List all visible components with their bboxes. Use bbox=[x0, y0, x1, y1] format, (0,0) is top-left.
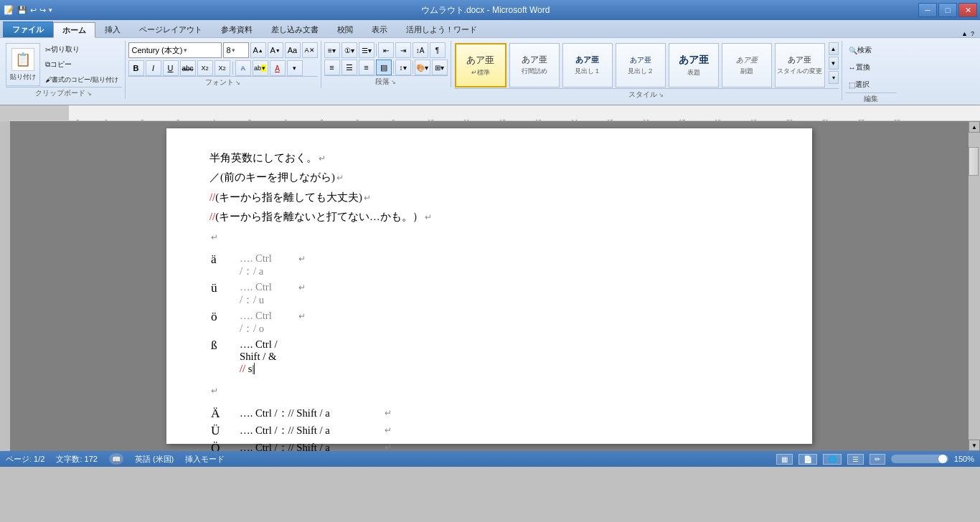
minimize-button[interactable]: ─ bbox=[918, 3, 937, 17]
zoom-slider[interactable] bbox=[891, 455, 948, 463]
font-row2: B I U abc X2 X2 A ab▾ A ▾ bbox=[128, 60, 303, 76]
style-change[interactable]: あア亜 スタイルの変更 bbox=[775, 43, 825, 87]
document-page[interactable]: 半角英数にしておく。↵ ／(前のキーを押しながら)↵ //(キーから指を離しても… bbox=[166, 128, 812, 444]
case-button[interactable]: Aa bbox=[285, 42, 301, 58]
numbering-button[interactable]: ①▾ bbox=[341, 42, 357, 58]
tab-page-layout[interactable]: ページレイアウト bbox=[130, 22, 212, 37]
zoom-thumb[interactable] bbox=[938, 455, 947, 463]
increase-indent-button[interactable]: ⇥ bbox=[395, 42, 411, 58]
strikethrough-button[interactable]: abc bbox=[180, 60, 196, 76]
statusbar-right: ▦ 📄 🌐 ☰ ✏ 150% bbox=[776, 454, 974, 465]
subscript-button[interactable]: X2 bbox=[197, 60, 213, 76]
svg-text:23: 23 bbox=[894, 118, 900, 122]
replace-button[interactable]: ↔ 置換 bbox=[845, 60, 874, 75]
document-scroll: 半角英数にしておく。↵ ／(前のキーを押しながら)↵ //(キーから指を離しても… bbox=[10, 121, 969, 451]
text-highlight-button[interactable]: ab▾ bbox=[253, 60, 268, 76]
tab-file[interactable]: ファイル bbox=[3, 22, 53, 37]
spell-check-icon[interactable]: 📖 bbox=[109, 453, 123, 465]
tab-view[interactable]: 表示 bbox=[362, 22, 397, 37]
align-center-button[interactable]: ☰ bbox=[341, 60, 357, 75]
font-size-dropdown[interactable]: ▾ bbox=[232, 47, 235, 54]
tab-insert[interactable]: 挿入 bbox=[95, 22, 130, 37]
tab-references[interactable]: 参考資料 bbox=[212, 22, 262, 37]
bold-button[interactable]: B bbox=[128, 60, 144, 76]
tab-review[interactable]: 校閲 bbox=[328, 22, 362, 37]
help-icon[interactable]: ? bbox=[971, 30, 974, 37]
bullets-button[interactable]: ≡▾ bbox=[324, 42, 340, 58]
underline-button[interactable]: U bbox=[163, 60, 179, 76]
font-color-dropdown[interactable]: ▾ bbox=[287, 60, 303, 76]
pilcrow-button[interactable]: ¶ bbox=[430, 42, 446, 58]
style-compact[interactable]: あア亜 行間詰め bbox=[509, 43, 560, 87]
text-effect-button[interactable]: A bbox=[235, 60, 251, 76]
font-grow-button[interactable]: A▲ bbox=[250, 42, 266, 58]
draft-button[interactable]: ✏ bbox=[870, 454, 885, 465]
align-right-button[interactable]: ≡ bbox=[359, 60, 374, 75]
styles-expand-icon[interactable]: ↘ bbox=[659, 92, 664, 98]
ribbon-collapse[interactable]: ▲ bbox=[961, 30, 968, 37]
format-copy-button[interactable]: 🖌 書式のコピー/貼り付け bbox=[42, 72, 122, 87]
font-name-dropdown[interactable]: ▾ bbox=[184, 47, 187, 54]
font-expand-icon[interactable]: ↘ bbox=[235, 80, 240, 86]
svg-text:1: 1 bbox=[105, 118, 108, 122]
font-shrink-button[interactable]: A▼ bbox=[268, 42, 283, 58]
styles-scroll-more[interactable]: ▾ bbox=[829, 71, 839, 84]
scroll-thumb[interactable] bbox=[969, 147, 979, 176]
style-title[interactable]: あア亜 表題 bbox=[669, 43, 719, 87]
maximize-button[interactable]: □ bbox=[938, 3, 957, 17]
line-spacing-button[interactable]: ↕▾ bbox=[395, 60, 411, 75]
paragraph-expand-icon[interactable]: ↘ bbox=[391, 79, 396, 85]
cut-button[interactable]: ✂ 切り取り bbox=[42, 42, 122, 57]
border-button[interactable]: ⊞▾ bbox=[432, 60, 448, 75]
decrease-indent-button[interactable]: ⇤ bbox=[378, 42, 394, 58]
paste-label: 貼り付け bbox=[10, 72, 36, 82]
font-name-input[interactable]: Century (本文) ▾ bbox=[128, 42, 222, 58]
style-heading2[interactable]: あア亜 見出し２ bbox=[616, 43, 666, 87]
scroll-down-button[interactable]: ▼ bbox=[969, 440, 980, 451]
ribbon-tab-bar: ファイル ホーム 挿入 ページレイアウト 参考資料 差し込み文書 校閲 表示 活… bbox=[0, 20, 980, 37]
clear-format-button[interactable]: A✕ bbox=[302, 42, 318, 58]
svg-text:5: 5 bbox=[248, 118, 252, 122]
styles-scroll-up[interactable]: ▲ bbox=[829, 42, 839, 55]
justify-button[interactable]: ▤ bbox=[376, 60, 392, 75]
qat-redo[interactable]: ↪ bbox=[39, 6, 46, 15]
clipboard-label: クリップボード ↘ bbox=[6, 87, 122, 99]
tab-word-tips[interactable]: 活用しよう！ワード bbox=[397, 22, 486, 37]
close-button[interactable]: ✕ bbox=[958, 3, 977, 17]
doc-line-3: //(キーから指を離しても大丈夫)↵ bbox=[209, 189, 769, 206]
svg-text:15: 15 bbox=[607, 118, 613, 122]
scroll-track[interactable] bbox=[969, 133, 980, 440]
style-subtitle[interactable]: あア亜 副題 bbox=[722, 43, 772, 87]
document-area: 半角英数にしておく。↵ ／(前のキーを押しながら)↵ //(キーから指を離しても… bbox=[0, 121, 980, 451]
print-layout-button[interactable]: ▦ bbox=[776, 454, 793, 465]
scroll-up-button[interactable]: ▲ bbox=[969, 121, 980, 133]
styles-scroll-controls: ▲ ▼ ▾ bbox=[829, 42, 839, 84]
style-heading1[interactable]: あア亜 見出し１ bbox=[562, 43, 613, 87]
select-button[interactable]: ⬚ 選択 bbox=[845, 77, 873, 92]
italic-button[interactable]: I bbox=[146, 60, 161, 76]
qat-undo[interactable]: ↩ bbox=[30, 6, 37, 15]
sort-button[interactable]: ↕A bbox=[413, 42, 428, 58]
multilevel-button[interactable]: ☰▾ bbox=[359, 42, 374, 58]
tab-mailings[interactable]: 差し込み文書 bbox=[262, 22, 328, 37]
outline-button[interactable]: ☰ bbox=[847, 454, 864, 465]
window-title: ウムラウト.docx - Microsoft Word bbox=[52, 4, 918, 16]
clipboard-expand-icon[interactable]: ↘ bbox=[87, 90, 92, 97]
copy-button[interactable]: ⧉ コピー bbox=[42, 57, 122, 72]
font-label: フォント ↘ bbox=[128, 76, 318, 88]
align-left-button[interactable]: ≡ bbox=[324, 60, 340, 75]
web-layout-button[interactable]: 🌐 bbox=[823, 454, 842, 465]
font-color-button[interactable]: A bbox=[270, 60, 286, 76]
group-clipboard: 📋 貼り付け ✂ 切り取り ⧉ コピー 🖌 書式のコピー/貼り付け bbox=[3, 41, 126, 99]
superscript-button[interactable]: X2 bbox=[215, 60, 230, 76]
styles-scroll-down[interactable]: ▼ bbox=[829, 57, 839, 70]
table-row-o: ö …. Ctrl /：/ o ↵ bbox=[209, 308, 320, 337]
search-button[interactable]: 🔍 検索 bbox=[845, 42, 875, 58]
full-read-button[interactable]: 📄 bbox=[798, 454, 817, 465]
tab-home[interactable]: ホーム bbox=[53, 22, 95, 38]
paste-button[interactable]: 📋 貼り付け bbox=[6, 43, 40, 86]
font-size-input[interactable]: 8 ▾ bbox=[223, 42, 249, 58]
qat-save[interactable]: 💾 bbox=[17, 6, 27, 15]
style-standard[interactable]: あア亜 ↵標準 bbox=[455, 43, 507, 87]
shading-button[interactable]: 🎨▾ bbox=[415, 60, 430, 75]
